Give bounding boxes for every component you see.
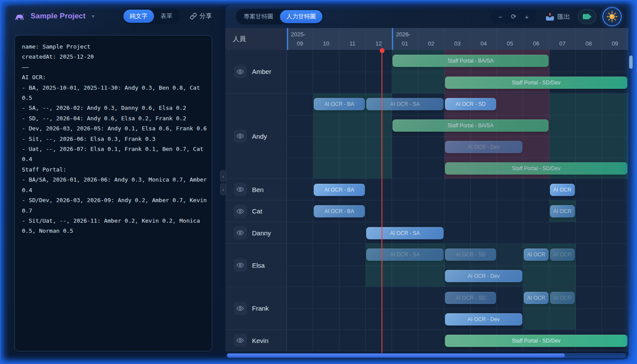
gantt-bar[interactable]: AI OCR - SD [445,98,496,110]
month-label: 03 [444,40,470,47]
year-label: 2025- [291,31,305,38]
gantt-bar[interactable]: Staff Portal - SD/Dev [445,162,627,175]
yaml-editor-text[interactable]: name: Sample Project createdAt: 2025-12-… [22,42,207,236]
visibility-toggle-button[interactable] [234,226,247,239]
chevron-left-icon: ‹ [222,174,224,179]
eye-icon [237,229,244,236]
export-button[interactable]: 匯出 [546,13,570,21]
person-column-header: 人員 [225,28,287,50]
eye-icon [237,133,244,140]
person-cell: Kevin [225,330,287,351]
person-cell: Danny [225,222,287,243]
horizontal-scrollbar-thumb[interactable] [227,354,565,357]
dog-icon [14,11,25,21]
chevron-down-icon[interactable]: ▾ [92,13,94,19]
person-cell: Cat [225,200,287,222]
gantt-bar[interactable]: AI OCR - SD [445,248,496,261]
gantt-bar[interactable]: AI OCR - Dev [445,313,522,326]
gantt-body: AmberStaff Portal - BA/SAStaff Portal - … [225,50,628,351]
lane-separator [287,158,628,158]
link-icon [190,13,197,20]
reset-zoom-button[interactable]: ⟳ [508,12,519,21]
tab-plain-text[interactable]: 純文字 [123,10,154,23]
gantt-bar[interactable]: AI OCR - SA [366,227,444,239]
month-cell: 07 [550,28,576,50]
timeline: AI OCR - BAAI OCR [287,179,628,200]
zoom-in-button[interactable]: + [521,12,532,21]
gantt-bar[interactable]: AI OCR [550,248,575,261]
gantt-bar[interactable]: AI OCR - BA [314,184,365,196]
timeline-month-header: 2025-091011122026-010203040506070809 [287,28,628,50]
tag-icon [582,14,592,20]
person-cell: Ben [225,179,287,200]
person-row: BenAI OCR - BAAI OCR [225,179,628,200]
gantt-bar[interactable]: Staff Portal - SD/Dev [445,335,627,347]
share-button[interactable]: 分享 [190,12,212,20]
person-name: Cat [252,207,262,215]
timeline: AI OCR - BAAI OCR - SAAI OCR - SDStaff P… [287,94,628,178]
person-cell: Andy [225,94,287,178]
gantt-bar[interactable]: AI OCR - BA [314,98,365,110]
person-cell: Elsa [225,244,287,287]
month-label: 11 [340,40,365,47]
person-row: AmberStaff Portal - BA/SAStaff Portal - … [225,50,628,94]
visibility-toggle-button[interactable] [234,205,247,218]
visibility-toggle-button[interactable] [234,130,247,143]
person-row: DannyAI OCR - SA [225,222,628,244]
today-marker-dot[interactable] [380,48,385,53]
tab-form[interactable]: 表單 [154,10,179,23]
vertical-scrollbar-thumb[interactable] [629,56,633,69]
visibility-toggle-button[interactable] [234,334,247,347]
person-name: Ben [252,186,264,193]
gantt-toolbar: 專案甘特圖 人力甘特圖 − ⟳ + 匯出 [225,5,629,28]
person-row: AndyAI OCR - BAAI OCR - SAAI OCR - SDSta… [225,94,628,179]
month-label: 02 [418,40,444,47]
gantt-bar[interactable]: AI OCR [550,184,575,196]
gantt-bar[interactable]: AI OCR - BA [314,205,365,217]
month-cell: 05 [497,28,523,50]
yaml-editor[interactable]: name: Sample Project createdAt: 2025-12-… [14,35,212,351]
gantt-bar[interactable]: Staff Portal - BA/SA [392,55,549,67]
gantt-bar[interactable]: AI OCR - Dev [445,270,522,282]
eye-icon [237,186,244,193]
inbox-tray-icon [546,13,554,21]
timeline: AI OCR - SA [287,222,628,243]
person-row: CatAI OCR - BAAI OCR [225,200,628,222]
gantt-panel: 專案甘特圖 人力甘特圖 − ⟳ + 匯出 [225,5,629,360]
expand-right-handle[interactable]: › [220,183,226,195]
collapse-left-handle[interactable]: ‹ [220,170,226,182]
month-label: 08 [576,40,602,47]
eye-icon [237,208,244,215]
gantt-bar[interactable]: AI OCR [550,292,575,304]
tab-project-gantt[interactable]: 專案甘特圖 [237,10,280,23]
month-label: 09 [287,40,313,47]
project-title[interactable]: Sample Project [31,12,86,21]
gantt-bar[interactable]: AI OCR [550,205,575,217]
gantt-bar[interactable]: Staff Portal - BA/SA [392,119,549,132]
gantt-bar[interactable]: Staff Portal - SD/Dev [445,77,627,89]
theme-toggle-button[interactable] [602,7,622,26]
horizontal-scrollbar[interactable] [227,353,626,358]
zoom-controls: − ⟳ + [491,10,536,24]
gantt-bar[interactable]: AI OCR - SD [445,292,496,304]
person-cell: Frank [225,287,287,329]
gantt-bar[interactable]: AI OCR - SA [366,98,444,110]
gantt-bar[interactable]: AI OCR - SA [366,248,444,261]
tab-resource-gantt[interactable]: 人力甘特圖 [280,10,323,23]
today-line [382,50,382,355]
lane-separator [287,266,628,266]
visibility-toggle-button[interactable] [234,259,247,272]
gantt-bar[interactable]: AI OCR [524,292,549,304]
visibility-toggle-button[interactable] [234,183,247,196]
month-cell: 06 [523,28,550,50]
gantt-bar[interactable]: AI OCR [524,248,549,261]
visibility-toggle-button[interactable] [234,302,247,315]
timeline: AI OCR - SAAI OCR - SDAI OCRAI OCRAI OCR… [287,244,628,287]
lane-separator [287,308,628,309]
labels-toggle-button[interactable] [578,9,596,24]
visibility-toggle-button[interactable] [234,65,247,78]
zoom-out-button[interactable]: − [495,12,506,21]
lane-separator [287,115,628,116]
editor-panel: Sample Project ▾ 純文字 表單 分享 name: Sample … [5,5,220,352]
gantt-bar[interactable]: AI OCR - Dev [445,141,522,153]
